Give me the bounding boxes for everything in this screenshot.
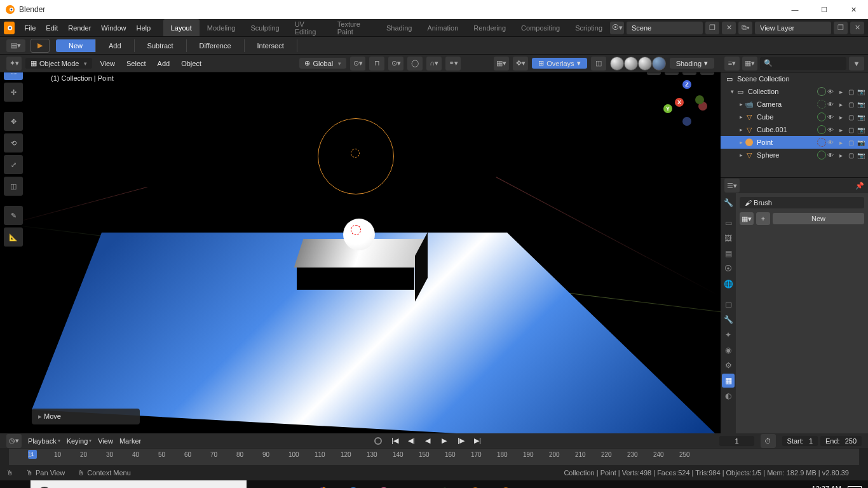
tab-render-icon[interactable]: ▭ [722,216,735,230]
tab-texture-icon[interactable]: ▦ [722,374,735,388]
axis-z-icon[interactable]: Z [682,80,691,89]
xray-icon[interactable]: ◫ [591,57,606,71]
object-menu[interactable]: Object [177,60,205,67]
tab-sculpting[interactable]: Sculpting [243,19,287,36]
blender-icon[interactable] [4,22,15,34]
tab-compositing[interactable]: Compositing [513,19,567,36]
select-tool-icon[interactable]: ▶ [31,39,50,53]
close-button[interactable]: ✕ [839,0,868,19]
axis-y-icon[interactable]: Y [663,104,672,113]
render-icon[interactable]: 📷 [857,87,865,96]
keying-menu[interactable]: Keying▾ [67,437,92,445]
scene-del-icon[interactable]: ✕ [722,22,736,34]
orientation-selector[interactable]: ⊕Global [299,58,346,69]
play-icon[interactable]: ▶ [437,435,451,447]
timeline-type-icon[interactable]: ◷▾ [6,434,22,448]
snap-icon[interactable]: ⊓ [369,57,384,71]
autokey-icon[interactable] [371,435,385,447]
outliner-type-icon[interactable]: ≡▾ [724,57,740,71]
scene-name-field[interactable]: Scene [627,22,703,34]
tab-texture[interactable]: Texture Paint [330,19,379,36]
menu-help[interactable]: Help [131,19,156,36]
jump-start-icon[interactable]: |◀ [388,435,402,447]
add-menu[interactable]: Add [154,60,174,67]
axis-x-icon[interactable]: X [675,98,684,107]
app-store-icon[interactable]: 🛍 [277,480,308,488]
pin-icon[interactable]: 📌 [855,182,864,190]
boolop-difference[interactable]: Difference [187,39,245,52]
redo-panel[interactable]: Move [32,409,140,424]
outliner-row-point[interactable]: ▸ Point 👁▸▢📷 [721,136,868,149]
boolop-new[interactable]: New [56,39,96,52]
layer-name-field[interactable]: View Layer [755,22,831,34]
filter-icon[interactable]: ▼ [849,57,864,71]
texture-add-button[interactable]: + [756,212,770,225]
jump-end-icon[interactable]: ▶| [470,435,484,447]
preview-range-icon[interactable]: ⏱ [761,434,776,448]
app-blue-icon[interactable] [338,480,369,488]
outliner-row-cube001[interactable]: ▸ ▽ Cube.001 👁▸▢📷 [721,123,868,136]
annotate-tool[interactable]: ✎ [4,206,23,225]
proportional-icon[interactable]: ◯ [407,57,423,71]
tab-modifier-icon[interactable]: 🔧 [722,313,735,327]
start-button[interactable] [0,480,31,488]
scene-new-icon[interactable]: ❐ [705,22,719,34]
tab-animation[interactable]: Animation [419,19,466,36]
cursor-tool[interactable]: ✢ [4,83,23,102]
layer-browse-icon[interactable]: ⧉▾ [738,22,752,34]
tool-settings-icon[interactable]: ▤▾ [6,39,25,52]
tab-layout[interactable]: Layout [163,19,200,36]
link-icon[interactable]: ⚭▾ [445,57,461,71]
navigation-gizmo[interactable]: Z X Y [663,79,714,130]
outliner-row-cube[interactable]: ▸ ▽ Cube 👁▸▢📷 [721,111,868,123]
point-light-origin[interactable] [351,149,360,158]
end-frame-field[interactable]: End:250 [820,436,862,446]
tab-output-icon[interactable]: 🖼 [722,231,735,245]
menu-file[interactable]: File [20,19,41,36]
keyframe-prev-icon[interactable]: ◀| [404,435,418,447]
boolop-add[interactable]: Add [96,39,135,52]
overlays-toggle[interactable]: ⊞Overlays▾ [532,58,587,69]
outliner-row-camera[interactable]: ▸ 📹 Camera 👁▸▢📷 [721,98,868,111]
outliner-row-collection[interactable]: ▾ ▭ Collection 👁▸▢📷 [721,85,868,98]
rotate-tool[interactable]: ⟲ [4,133,23,152]
app-blender2-icon[interactable] [491,480,521,488]
maximize-button[interactable]: ☐ [810,0,839,19]
tab-physics-icon[interactable]: ◉ [722,343,735,357]
tab-constraint-icon[interactable]: ⚙ [722,358,735,372]
keyframe-next-icon[interactable]: |▶ [454,435,468,447]
brush-dropdown[interactable]: Brush [740,197,864,208]
timeline-ruler[interactable]: 1 11020304050607080901001101201301401501… [0,449,868,465]
select-menu[interactable]: Select [123,60,150,67]
gizmo-icon[interactable]: ✥▾ [513,57,528,71]
editor-type-icon[interactable]: ✦▾ [6,57,22,71]
viewport-3d[interactable]: ✦▾ ▦Object Mode View Select Add Object ⊕… [0,55,721,433]
transform-tool[interactable]: ◫ [4,177,23,196]
menu-window[interactable]: Window [96,19,131,36]
app-osu-icon[interactable] [369,480,399,488]
proportional-type-icon[interactable]: ∩▾ [426,57,442,71]
taskbar-search[interactable]: 🎤 [31,480,247,488]
tab-scripting[interactable]: Scripting [567,19,610,36]
boolop-subtract[interactable]: Subtract [135,39,187,52]
display-mode-icon[interactable]: ▦▾ [742,57,757,71]
wireframe-mode-icon[interactable] [610,57,624,71]
mode-selector[interactable]: ▦Object Mode [25,58,92,69]
tab-modeling[interactable]: Modeling [200,19,243,36]
boolop-intersect[interactable]: Intersect [245,39,297,52]
pivot-icon[interactable]: ⊙▾ [350,57,365,71]
move-tool[interactable]: ✥ [4,112,23,131]
layer-del-icon[interactable]: ✕ [850,22,864,34]
app-firefox-icon[interactable] [308,480,338,488]
rendered-mode-icon[interactable] [652,57,666,71]
screen-icon[interactable]: ▢ [846,87,855,96]
scale-tool[interactable]: ⤢ [4,155,23,174]
shading-dropdown[interactable]: Shading▾ [670,58,714,69]
playback-menu[interactable]: Playback▾ [28,437,60,445]
solid-mode-icon[interactable] [624,57,638,71]
timeline-view-menu[interactable]: View [98,437,113,445]
axis-neg-y-icon[interactable] [695,95,704,104]
view-menu[interactable]: View [96,60,119,67]
app-explorer-icon[interactable]: 📁 [399,480,430,488]
texture-browse-icon[interactable]: ▦▾ [740,212,754,225]
